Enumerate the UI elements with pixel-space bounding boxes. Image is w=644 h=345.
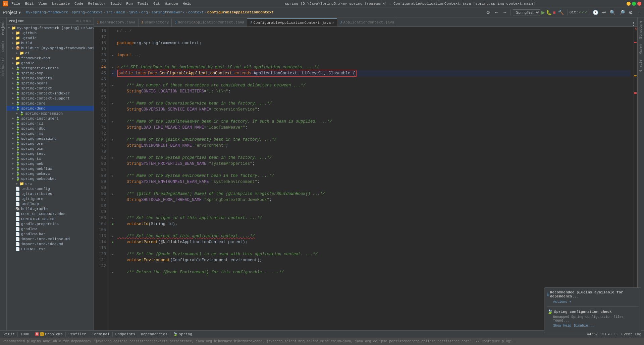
tree-item-github[interactable]: ▶ 📁 .github	[7, 30, 94, 36]
toolbar-search2[interactable]: 🔎	[618, 9, 626, 16]
fold-icon[interactable]: ▶	[112, 253, 113, 256]
disable-link[interactable]: Disable...	[574, 324, 594, 328]
tree-item-spring-context-indexer[interactable]: ▶ 🍃 spring-context-indexer	[7, 91, 94, 96]
tab-beanfactory-java[interactable]: J BeanFactory.java	[94, 18, 139, 26]
tree-item-code-conduct[interactable]: 📄 CODE_OF_CONDUCT.adoc	[7, 211, 94, 216]
tree-item-spring-aspects[interactable]: ▶ 🍃 spring-aspects	[7, 76, 94, 81]
panel-tab-bookmarks[interactable]: Bookmarks	[1, 56, 6, 78]
tree-item-spring-beans[interactable]: ▶ 🍃 spring-beans	[7, 81, 94, 86]
tab-genericappcontext[interactable]: J GenericApplicationContext.java	[172, 18, 247, 26]
bottom-profiler[interactable]: Profiler	[68, 332, 86, 336]
tree-item-mailmap[interactable]: 📄 .mailmap	[7, 201, 94, 206]
tree-item-root[interactable]: ▼ 📁 my-spring-framework [spring] D:\Java…	[7, 25, 94, 30]
tree-item-integration-tests[interactable]: ▶ 🍃 integration-tests	[7, 66, 94, 71]
menu-edit[interactable]: Edit	[23, 2, 36, 6]
tree-item-spring-core[interactable]: ▶ 🍃 spring-core	[7, 101, 94, 106]
tree-item-import-eclipse[interactable]: 📄 import-into-eclipse.md	[7, 236, 94, 242]
window-controls[interactable]	[627, 2, 641, 6]
menu-navigate[interactable]: Navigate	[50, 2, 72, 6]
tab-more-button[interactable]: ⋮	[630, 21, 637, 26]
maximize-button[interactable]	[632, 2, 636, 6]
menu-tools[interactable]: Tools	[136, 2, 151, 6]
tree-item-spring-webmvc[interactable]: ▶ 🍃 spring-webmvc	[7, 171, 94, 176]
fold-icon[interactable]: ▶	[112, 156, 113, 160]
stop-button[interactable]: ■	[553, 10, 555, 15]
fold-icon[interactable]: ▶	[112, 120, 113, 124]
tree-item-gitattributes[interactable]: 📄 .gitattributes	[7, 191, 94, 196]
minimize-button[interactable]	[627, 2, 631, 6]
bottom-endpoints[interactable]: Endpoints	[115, 332, 135, 336]
tree-item-framework-bom[interactable]: ▶ 📁 framework-bom	[7, 56, 94, 61]
toolbar-time[interactable]: 🕐	[591, 9, 600, 16]
fold-icon[interactable]: ▶	[117, 28, 119, 34]
tree-icon-layout[interactable]: ⊞	[76, 19, 79, 23]
tree-item-gradle[interactable]: ▶ 📁 .gradle	[7, 36, 94, 41]
fold-icon[interactable]: ▶	[112, 54, 113, 57]
show-help-link[interactable]: Show help	[553, 324, 571, 328]
bottom-git[interactable]: ⎇ Git	[3, 332, 15, 336]
tree-item-spring-instrument[interactable]: ▶ 🍃 spring-instrument	[7, 116, 94, 121]
breadcrumb-context[interactable]: context	[188, 10, 204, 14]
tree-icon-close[interactable]: ✕	[89, 19, 92, 23]
tab-beanfactory[interactable]: J BeanFactory	[139, 18, 172, 26]
panel-tab-structure[interactable]: Structure	[638, 19, 643, 41]
tree-item-editorconfig[interactable]: 📄 .editorconfig	[7, 186, 94, 191]
fold-icon[interactable]: ▶	[112, 84, 113, 87]
close-button[interactable]	[637, 2, 641, 6]
tree-icon-settings[interactable]: ⚙	[86, 19, 89, 23]
tree-icon-collapse[interactable]: ⊟	[83, 19, 85, 23]
tree-item-spring-expression[interactable]: ▶ 🍃 spring-expression	[7, 111, 94, 116]
tree-item-spring-websocket[interactable]: ▶ 🍃 spring-websocket	[7, 176, 94, 181]
menu-help[interactable]: Help	[181, 2, 194, 6]
breadcrumb-classname[interactable]: ConfigurableApplicationContext	[207, 10, 274, 14]
tree-item-spring-jcl[interactable]: ▶ 🍃 spring-jcl	[7, 121, 94, 126]
tree-item-spring-context-support[interactable]: ▶ 🍃 spring-context-support	[7, 96, 94, 101]
tree-item-spring-jms[interactable]: ▶ 🍃 spring-jms	[7, 131, 94, 136]
tree-item-import-idea[interactable]: 📄 import-into-idea.md	[7, 242, 94, 247]
panel-tab-commit[interactable]: Commit	[1, 38, 6, 54]
menu-run[interactable]: Run	[124, 2, 135, 6]
tree-item-spring-context[interactable]: ▶ 🍃 spring-context	[7, 86, 94, 91]
panel-tab-maven[interactable]: Maven	[638, 42, 643, 56]
menu-view[interactable]: View	[37, 2, 49, 6]
fold-icon[interactable]: ▶	[112, 66, 113, 69]
tab-close-icon[interactable]: ✕	[332, 21, 334, 25]
tree-item-gitignore[interactable]: 📄 .gitignore	[7, 196, 94, 201]
tree-item-build[interactable]: ▶ 📁 build	[7, 41, 94, 46]
debug-button[interactable]: 🐛	[546, 10, 552, 15]
fold-icon[interactable]: ▶	[112, 271, 113, 274]
run-button[interactable]: ▶	[541, 10, 545, 15]
tree-item-spring-test[interactable]: ▶ 🍃 spring-test	[7, 151, 94, 156]
impl-icon[interactable]: ●	[112, 240, 114, 244]
bottom-terminal[interactable]: Terminal	[92, 332, 110, 336]
breadcrumb-java[interactable]: java	[129, 10, 138, 14]
toolbar-back[interactable]: ←	[493, 9, 500, 16]
toolbar-build[interactable]: 🔨	[557, 9, 565, 16]
tree-item-src[interactable]: ▶ 📁 src	[7, 181, 94, 186]
breadcrumb-main[interactable]: main	[116, 10, 125, 14]
fold-icon[interactable]: ▶	[112, 193, 113, 196]
tree-item-spring-messaging[interactable]: ▶ 🍃 spring-messaging	[7, 136, 94, 141]
menu-refactor[interactable]: Refactor	[86, 2, 108, 6]
tab-applicationcontext[interactable]: J ApplicationContext.java	[337, 18, 397, 26]
tree-item-build-gradle[interactable]: 🐘 build.gradle	[7, 206, 94, 211]
tree-item-gradle-properties[interactable]: 📄 gradle.properties	[7, 221, 94, 226]
tree-item-license[interactable]: 📄 LICENSE.txt	[7, 247, 94, 252]
panel-tab-project[interactable]: Project	[1, 19, 6, 37]
toolbar-search[interactable]: 🔍	[608, 9, 617, 16]
actions-link[interactable]: Actions ▾	[553, 300, 571, 304]
fold-icon[interactable]: ▶	[112, 235, 113, 238]
tree-item-spring-orm[interactable]: ▶ 🍃 spring-orm	[7, 141, 94, 146]
bottom-todo[interactable]: TODO	[20, 332, 29, 336]
tree-item-ci[interactable]: ▶ 📁 ci	[7, 51, 94, 56]
menu-items[interactable]: File Edit View Navigate Code Refactor Bu…	[9, 2, 194, 6]
toolbar-undo[interactable]: ↩	[601, 9, 607, 16]
tree-item-gradlew-bat[interactable]: 📄 gradlew.bat	[7, 231, 94, 236]
tree-item-spring-aop[interactable]: ▶ 🍃 spring-aop	[7, 71, 94, 76]
fold-icon[interactable]: ▶	[112, 175, 113, 178]
breadcrumb-module[interactable]: spring-context	[72, 10, 103, 14]
tree-item-contributing[interactable]: 📄 CONTRIBUTING.md	[7, 216, 94, 221]
toolbar-settings[interactable]: ⚙	[485, 9, 492, 16]
fold-icon[interactable]: ▶	[112, 138, 113, 142]
toolbar-forward[interactable]: →	[501, 9, 508, 16]
